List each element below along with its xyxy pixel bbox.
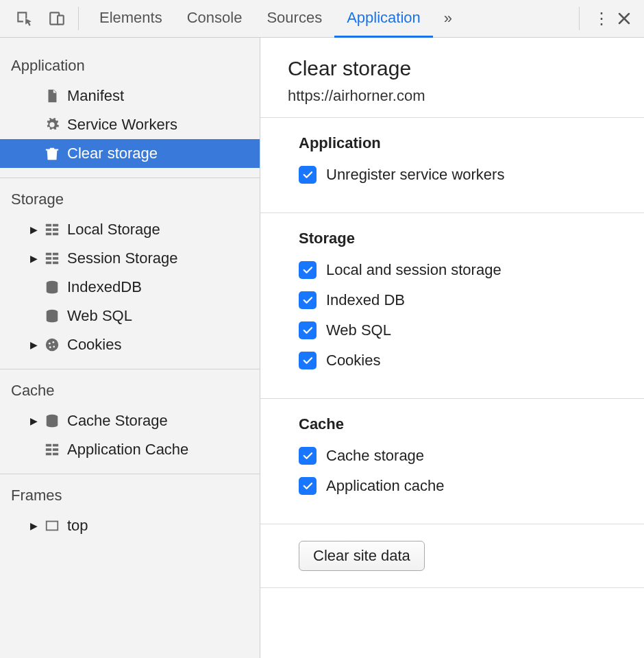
- svg-rect-23: [53, 444, 58, 447]
- svg-rect-8: [46, 253, 51, 256]
- inspect-element-button[interactable]: [10, 0, 38, 38]
- sidebar-item-cookies[interactable]: ▶ Cookies: [0, 330, 260, 359]
- kebab-menu-button[interactable]: ⋮: [589, 7, 612, 30]
- database-icon: [42, 306, 62, 326]
- svg-point-17: [49, 343, 51, 345]
- group-title: Application: [299, 134, 617, 152]
- checkbox-checked-icon: [299, 291, 317, 309]
- checkbox-checked-icon: [299, 321, 317, 339]
- svg-rect-7: [53, 233, 58, 236]
- tab-console[interactable]: Console: [175, 0, 255, 38]
- svg-rect-22: [46, 444, 51, 447]
- svg-rect-10: [46, 257, 51, 260]
- caret-icon[interactable]: ▶: [27, 224, 40, 235]
- svg-rect-12: [46, 262, 51, 265]
- caret-icon[interactable]: ▶: [27, 520, 40, 531]
- cookie-icon: [42, 335, 62, 354]
- caret-icon[interactable]: ▶: [27, 339, 40, 350]
- storage-grid-icon: [42, 440, 62, 459]
- inspect-icon: [15, 10, 33, 27]
- sidebar-item-label: IndexedDB: [67, 278, 142, 296]
- device-icon: [48, 10, 66, 27]
- svg-rect-5: [53, 228, 58, 231]
- sidebar-item-label: Service Workers: [67, 116, 177, 134]
- svg-rect-6: [46, 233, 51, 236]
- check-cookies[interactable]: Cookies: [299, 352, 617, 369]
- caret-icon[interactable]: ▶: [27, 253, 40, 264]
- sidebar-section-cache: Cache: [0, 369, 260, 406]
- sidebar-item-label: top: [67, 517, 88, 535]
- kebab-icon: ⋮: [593, 9, 608, 28]
- svg-rect-9: [53, 253, 58, 256]
- database-icon: [42, 411, 62, 430]
- svg-point-20: [49, 346, 51, 348]
- svg-rect-13: [53, 262, 58, 265]
- check-local-session-storage[interactable]: Local and session storage: [299, 261, 617, 279]
- toolbar-separator: [78, 7, 79, 30]
- tab-application[interactable]: Application: [334, 0, 433, 38]
- close-devtools-button[interactable]: [612, 7, 636, 30]
- sidebar-item-manifest[interactable]: ▶ Manifest: [0, 82, 260, 110]
- clear-storage-panel: Clear storage https://airhorner.com Appl…: [260, 38, 644, 658]
- group-action: Clear site data: [260, 524, 644, 588]
- check-label: Web SQL: [326, 321, 391, 339]
- svg-rect-11: [53, 257, 58, 260]
- sidebar-item-application-cache[interactable]: ▶ Application Cache: [0, 435, 260, 464]
- check-indexed-db[interactable]: Indexed DB: [299, 291, 617, 309]
- svg-rect-26: [46, 453, 51, 456]
- sidebar-item-web-sql[interactable]: ▶ Web SQL: [0, 302, 260, 330]
- check-web-sql[interactable]: Web SQL: [299, 321, 617, 339]
- panel-origin: https://airhorner.com: [288, 87, 617, 105]
- device-toolbar-button[interactable]: [42, 0, 71, 38]
- tab-sources[interactable]: Sources: [254, 0, 334, 38]
- more-tabs-button[interactable]: »: [433, 0, 463, 38]
- svg-rect-4: [46, 228, 51, 231]
- sidebar-item-service-workers[interactable]: ▶ Service Workers: [0, 110, 260, 139]
- checkbox-checked-icon: [299, 261, 317, 279]
- svg-rect-28: [47, 522, 58, 531]
- group-cache: Cache Cache storage Application cache: [260, 399, 644, 524]
- sidebar-item-local-storage[interactable]: ▶ Local Storage: [0, 215, 260, 244]
- svg-rect-1: [58, 16, 64, 25]
- application-sidebar: Application ▶ Manifest ▶ Service Workers…: [0, 38, 260, 658]
- check-label: Application cache: [326, 477, 444, 495]
- sidebar-section-storage: Storage: [0, 178, 260, 215]
- trash-icon: [42, 144, 62, 163]
- storage-grid-icon: [42, 220, 62, 239]
- toolbar-left-tools: [0, 0, 73, 38]
- panel-header: Clear storage https://airhorner.com: [260, 38, 644, 118]
- checkbox-checked-icon: [299, 166, 317, 184]
- group-application: Application Unregister service workers: [260, 118, 644, 213]
- gear-icon: [42, 115, 62, 134]
- check-label: Unregister service workers: [326, 166, 504, 184]
- check-label: Cookies: [326, 352, 380, 369]
- sidebar-item-label: Manifest: [67, 87, 124, 105]
- sidebar-item-label: Cookies: [67, 336, 121, 354]
- devtools-toolbar: Elements Console Sources Application » ⋮: [0, 0, 644, 38]
- group-title: Cache: [299, 415, 617, 433]
- svg-rect-24: [46, 448, 51, 451]
- svg-rect-2: [46, 224, 51, 227]
- sidebar-item-cache-storage[interactable]: ▶ Cache Storage: [0, 406, 260, 435]
- sidebar-section-application: Application: [0, 45, 260, 82]
- frame-icon: [42, 516, 62, 535]
- caret-icon[interactable]: ▶: [27, 415, 40, 426]
- sidebar-item-label: Local Storage: [67, 221, 160, 239]
- toolbar-separator: [579, 7, 580, 30]
- check-cache-storage[interactable]: Cache storage: [299, 447, 617, 465]
- sidebar-item-indexeddb[interactable]: ▶ IndexedDB: [0, 273, 260, 302]
- database-icon: [42, 278, 62, 297]
- sidebar-item-frame-top[interactable]: ▶ top: [0, 511, 260, 540]
- devtools-tabs: Elements Console Sources Application »: [87, 0, 569, 38]
- check-application-cache[interactable]: Application cache: [299, 477, 617, 495]
- svg-rect-25: [53, 448, 58, 451]
- sidebar-item-session-storage[interactable]: ▶ Session Storage: [0, 244, 260, 273]
- checkbox-checked-icon: [299, 477, 317, 495]
- sidebar-item-clear-storage[interactable]: ▶ Clear storage: [0, 139, 260, 168]
- tab-elements[interactable]: Elements: [87, 0, 175, 38]
- sidebar-item-label: Web SQL: [67, 307, 132, 325]
- group-title: Storage: [299, 230, 617, 247]
- svg-point-16: [46, 339, 58, 351]
- check-unregister-service-workers[interactable]: Unregister service workers: [299, 166, 617, 184]
- clear-site-data-button[interactable]: Clear site data: [299, 541, 425, 571]
